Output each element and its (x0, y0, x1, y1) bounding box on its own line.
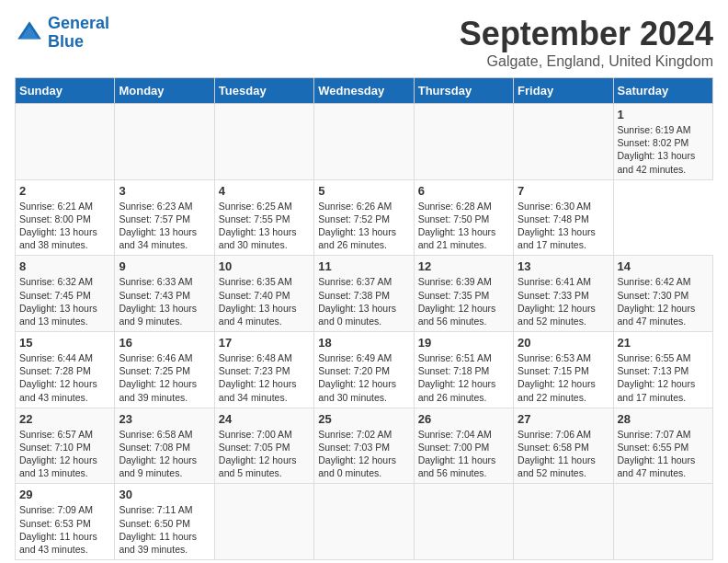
empty-cell (514, 484, 613, 560)
day-number: 23 (119, 412, 210, 426)
calendar-day-cell: 14 Sunrise: 6:42 AMSunset: 7:30 PMDaylig… (613, 256, 712, 332)
day-info: Sunrise: 6:48 AMSunset: 7:23 PMDaylight:… (219, 351, 310, 404)
calendar-day-cell: 19 Sunrise: 6:51 AMSunset: 7:18 PMDaylig… (414, 332, 513, 408)
day-number: 16 (119, 336, 210, 350)
day-info: Sunrise: 6:26 AMSunset: 7:52 PMDaylight:… (318, 200, 409, 252)
empty-cell (115, 104, 214, 180)
day-number: 21 (618, 336, 709, 350)
day-info: Sunrise: 7:11 AMSunset: 6:50 PMDaylight:… (119, 503, 210, 556)
day-number: 1 (618, 108, 709, 121)
calendar-day-cell: 5 Sunrise: 6:26 AMSunset: 7:52 PMDayligh… (314, 179, 414, 256)
logo: General Blue (15, 15, 109, 52)
calendar-day-cell: 30 Sunrise: 7:11 AMSunset: 6:50 PMDaylig… (115, 484, 214, 560)
day-info: Sunrise: 6:28 AMSunset: 7:50 PMDaylight:… (418, 200, 509, 252)
day-info: Sunrise: 6:46 AMSunset: 7:25 PMDaylight:… (119, 351, 210, 404)
calendar-day-cell: 11 Sunrise: 6:37 AMSunset: 7:38 PMDaylig… (314, 256, 414, 332)
day-header-friday: Friday (514, 78, 613, 104)
empty-cell (314, 484, 414, 560)
calendar-day-cell: 12 Sunrise: 6:39 AMSunset: 7:35 PMDaylig… (414, 256, 513, 332)
day-number: 27 (518, 412, 609, 426)
day-info: Sunrise: 7:06 AMSunset: 6:58 PMDaylight:… (518, 428, 609, 480)
calendar-table: SundayMondayTuesdayWednesdayThursdayFrid… (15, 77, 713, 560)
day-number: 19 (418, 336, 509, 350)
calendar-day-cell: 21 Sunrise: 6:55 AMSunset: 7:13 PMDaylig… (613, 332, 712, 408)
day-number: 11 (318, 259, 409, 273)
day-info: Sunrise: 6:42 AMSunset: 7:30 PMDaylight:… (618, 275, 709, 327)
day-info: Sunrise: 6:25 AMSunset: 7:55 PMDaylight:… (219, 200, 310, 252)
day-info: Sunrise: 6:41 AMSunset: 7:33 PMDaylight:… (518, 275, 609, 327)
day-number: 22 (19, 412, 110, 426)
day-info: Sunrise: 7:07 AMSunset: 6:55 PMDaylight:… (618, 428, 709, 480)
calendar-day-cell: 22 Sunrise: 6:57 AMSunset: 7:10 PMDaylig… (16, 408, 115, 484)
day-info: Sunrise: 6:58 AMSunset: 7:08 PMDaylight:… (119, 428, 210, 480)
day-info: Sunrise: 6:39 AMSunset: 7:35 PMDaylight:… (418, 275, 509, 327)
day-header-wednesday: Wednesday (314, 78, 414, 104)
day-info: Sunrise: 7:04 AMSunset: 7:00 PMDaylight:… (418, 428, 509, 480)
calendar-day-cell: 9 Sunrise: 6:33 AMSunset: 7:43 PMDayligh… (115, 256, 214, 332)
calendar-day-cell: 27 Sunrise: 7:06 AMSunset: 6:58 PMDaylig… (514, 408, 613, 484)
day-number: 30 (119, 488, 210, 501)
logo-line2: Blue (48, 32, 84, 51)
calendar-day-cell: 15 Sunrise: 6:44 AMSunset: 7:28 PMDaylig… (16, 332, 115, 408)
day-info: Sunrise: 6:55 AMSunset: 7:13 PMDaylight:… (618, 351, 709, 404)
day-info: Sunrise: 6:53 AMSunset: 7:15 PMDaylight:… (518, 351, 609, 404)
calendar-day-cell: 29 Sunrise: 7:09 AMSunset: 6:53 PMDaylig… (16, 484, 115, 560)
calendar-week-row: 1 Sunrise: 6:19 AMSunset: 8:02 PMDayligh… (16, 104, 713, 180)
calendar-week-row: 22 Sunrise: 6:57 AMSunset: 7:10 PMDaylig… (16, 408, 713, 484)
day-header-sunday: Sunday (16, 78, 115, 104)
day-header-tuesday: Tuesday (214, 78, 313, 104)
day-header-saturday: Saturday (613, 78, 712, 104)
calendar-day-cell: 23 Sunrise: 6:58 AMSunset: 7:08 PMDaylig… (115, 408, 214, 484)
calendar-day-cell: 6 Sunrise: 6:28 AMSunset: 7:50 PMDayligh… (414, 179, 513, 256)
day-info: Sunrise: 6:57 AMSunset: 7:10 PMDaylight:… (19, 428, 110, 480)
day-info: Sunrise: 6:37 AMSunset: 7:38 PMDaylight:… (318, 275, 409, 327)
day-number: 18 (318, 336, 409, 350)
calendar-header-row: SundayMondayTuesdayWednesdayThursdayFrid… (16, 78, 713, 104)
day-info: Sunrise: 6:33 AMSunset: 7:43 PMDaylight:… (119, 275, 210, 327)
calendar-day-cell: 4 Sunrise: 6:25 AMSunset: 7:55 PMDayligh… (214, 179, 313, 256)
calendar-day-cell: 3 Sunrise: 6:23 AMSunset: 7:57 PMDayligh… (115, 179, 214, 256)
day-number: 20 (518, 336, 609, 350)
day-info: Sunrise: 7:00 AMSunset: 7:05 PMDaylight:… (219, 428, 310, 480)
calendar-day-cell: 8 Sunrise: 6:32 AMSunset: 7:45 PMDayligh… (16, 256, 115, 332)
empty-cell (514, 104, 613, 180)
day-info: Sunrise: 7:02 AMSunset: 7:03 PMDaylight:… (318, 428, 409, 480)
empty-cell (414, 484, 513, 560)
empty-cell (16, 104, 115, 180)
empty-cell (214, 104, 313, 180)
calendar-day-cell: 28 Sunrise: 7:07 AMSunset: 6:55 PMDaylig… (613, 408, 712, 484)
location: Galgate, England, United Kingdom (460, 53, 713, 70)
day-number: 14 (618, 259, 709, 273)
day-number: 25 (318, 412, 409, 426)
calendar-day-cell: 13 Sunrise: 6:41 AMSunset: 7:33 PMDaylig… (514, 256, 613, 332)
logo-line1: General (48, 14, 109, 32)
day-number: 2 (19, 184, 110, 198)
day-number: 15 (19, 336, 110, 350)
day-info: Sunrise: 6:23 AMSunset: 7:57 PMDaylight:… (119, 200, 210, 252)
calendar-day-cell: 1 Sunrise: 6:19 AMSunset: 8:02 PMDayligh… (613, 104, 712, 180)
day-number: 8 (19, 259, 110, 273)
day-number: 28 (618, 412, 709, 426)
day-number: 26 (418, 412, 509, 426)
calendar-day-cell: 26 Sunrise: 7:04 AMSunset: 7:00 PMDaylig… (414, 408, 513, 484)
day-info: Sunrise: 6:19 AMSunset: 8:02 PMDaylight:… (618, 123, 709, 176)
day-number: 10 (219, 259, 310, 273)
day-info: Sunrise: 6:30 AMSunset: 7:48 PMDaylight:… (518, 200, 609, 252)
calendar-day-cell: 17 Sunrise: 6:48 AMSunset: 7:23 PMDaylig… (214, 332, 313, 408)
month-title: September 2024 (460, 15, 713, 53)
page-header: General Blue September 2024 Galgate, Eng… (15, 15, 713, 70)
empty-cell (414, 104, 513, 180)
calendar-day-cell: 24 Sunrise: 7:00 AMSunset: 7:05 PMDaylig… (214, 408, 313, 484)
day-info: Sunrise: 7:09 AMSunset: 6:53 PMDaylight:… (19, 503, 110, 556)
day-info: Sunrise: 6:32 AMSunset: 7:45 PMDaylight:… (19, 275, 110, 327)
day-number: 5 (318, 184, 409, 198)
day-info: Sunrise: 6:51 AMSunset: 7:18 PMDaylight:… (418, 351, 509, 404)
logo-text: General Blue (48, 15, 109, 52)
day-info: Sunrise: 6:21 AMSunset: 8:00 PMDaylight:… (19, 200, 110, 252)
calendar-day-cell: 7 Sunrise: 6:30 AMSunset: 7:48 PMDayligh… (514, 179, 613, 256)
day-header-monday: Monday (115, 78, 214, 104)
calendar-week-row: 29 Sunrise: 7:09 AMSunset: 6:53 PMDaylig… (16, 484, 713, 560)
title-block: September 2024 Galgate, England, United … (460, 15, 713, 70)
day-number: 6 (418, 184, 509, 198)
day-number: 4 (219, 184, 310, 198)
